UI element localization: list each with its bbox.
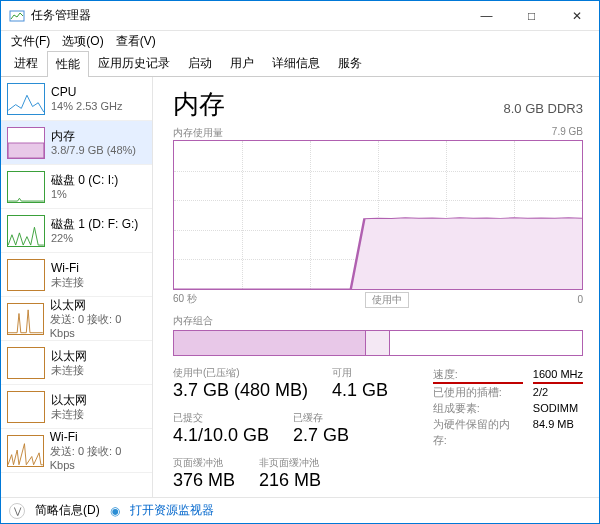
sidebar-sub: 发送: 0 接收: 0 Kbps: [50, 312, 146, 340]
sidebar-item-mem[interactable]: 内存3.8/7.9 GB (48%): [1, 121, 152, 165]
maximize-button[interactable]: □: [509, 1, 554, 31]
thumb-wifi2: [7, 435, 44, 467]
meta-hw-v: 84.9 MB: [533, 416, 574, 448]
chart-top-label: 内存使用量: [173, 126, 223, 140]
thumb-eth3: [7, 391, 45, 423]
sidebar-sub: 22%: [51, 231, 138, 245]
brief-info-link[interactable]: 简略信息(D): [35, 502, 100, 519]
chart-bottom-right: 0: [577, 294, 583, 305]
stat-avail-value: 4.1 GB: [332, 380, 388, 401]
tab-performance[interactable]: 性能: [47, 51, 89, 77]
app-icon: [9, 8, 25, 24]
sidebar-item-eth[interactable]: 以太网发送: 0 接收: 0 Kbps: [1, 297, 152, 341]
sidebar-item-wifi2[interactable]: Wi-Fi发送: 0 接收: 0 Kbps: [1, 429, 152, 473]
sidebar-item-disk2[interactable]: 磁盘 1 (D: F: G:)22%: [1, 209, 152, 253]
tab-services[interactable]: 服务: [329, 50, 371, 76]
stat-paged-label: 页面缓冲池: [173, 456, 235, 470]
meta-speed-v: 1600 MHz: [533, 366, 583, 384]
thumb-disk2: [7, 215, 45, 247]
sidebar-sub: 1%: [51, 187, 118, 201]
tab-history[interactable]: 应用历史记录: [89, 50, 179, 76]
thumb-eth2: [7, 347, 45, 379]
sidebar-sub: 未连接: [51, 275, 84, 289]
window-title: 任务管理器: [31, 7, 464, 24]
menu-view[interactable]: 查看(V): [112, 33, 160, 50]
menu-options[interactable]: 选项(O): [58, 33, 107, 50]
sidebar-title: Wi-Fi: [50, 430, 146, 444]
sidebar-sub: 未连接: [51, 407, 87, 421]
sidebar-item-wifi[interactable]: Wi-Fi未连接: [1, 253, 152, 297]
sidebar-title: Wi-Fi: [51, 261, 84, 275]
chart-top-right: 7.9 GB: [552, 126, 583, 140]
stat-used-label: 使用中(已压缩): [173, 366, 308, 380]
sidebar-sub: 未连接: [51, 363, 87, 377]
menubar: 文件(F) 选项(O) 查看(V): [1, 31, 599, 51]
composition-chart: [173, 330, 583, 356]
meta-hw-k: 为硬件保留的内存:: [433, 416, 523, 448]
sidebar-title: 以太网: [50, 298, 146, 312]
thumb-eth: [7, 303, 44, 335]
main-panel: 内存 8.0 GB DDR3 内存使用量 7.9 GB 60 秒 使用中: [153, 77, 599, 497]
svg-marker-2: [174, 218, 582, 289]
svg-rect-0: [10, 11, 24, 21]
sidebar-title: 以太网: [51, 349, 87, 363]
close-button[interactable]: ✕: [554, 1, 599, 31]
meta-form-v: SODIMM: [533, 400, 578, 416]
titlebar[interactable]: 任务管理器 — □ ✕: [1, 1, 599, 31]
thumb-wifi: [7, 259, 45, 291]
thumb-mem: [7, 127, 45, 159]
sidebar-item-eth2[interactable]: 以太网未连接: [1, 341, 152, 385]
sidebar-item-cpu[interactable]: CPU14% 2.53 GHz: [1, 77, 152, 121]
tab-processes[interactable]: 进程: [5, 50, 47, 76]
stat-avail-label: 可用: [332, 366, 388, 380]
stat-paged-value: 376 MB: [173, 470, 235, 491]
stat-nonpaged-label: 非页面缓冲池: [259, 456, 321, 470]
resource-monitor-icon: ◉: [110, 504, 120, 518]
stat-used-value: 3.7 GB (480 MB): [173, 380, 308, 401]
tab-users[interactable]: 用户: [221, 50, 263, 76]
menu-file[interactable]: 文件(F): [7, 33, 54, 50]
stat-commit-value: 4.1/10.0 GB: [173, 425, 269, 446]
meta-slots-v: 2/2: [533, 384, 548, 400]
svg-rect-1: [8, 143, 44, 158]
meta-column: 速度:1600 MHz 已使用的插槽:2/2 组成要素:SODIMM 为硬件保留…: [433, 366, 583, 491]
minimize-button[interactable]: —: [464, 1, 509, 31]
sidebar-title: CPU: [51, 85, 123, 99]
tabs: 进程 性能 应用历史记录 启动 用户 详细信息 服务: [1, 51, 599, 77]
stat-nonpaged-value: 216 MB: [259, 470, 321, 491]
chart-bottom-left: 60 秒: [173, 292, 197, 306]
open-resource-monitor[interactable]: 打开资源监视器: [130, 502, 214, 519]
footer: ⋁ 简略信息(D) ◉ 打开资源监视器: [1, 497, 599, 523]
tab-startup[interactable]: 启动: [179, 50, 221, 76]
stat-cached-value: 2.7 GB: [293, 425, 349, 446]
memory-chart: [173, 140, 583, 290]
thumb-cpu: [7, 83, 45, 115]
usage-badge: 使用中: [365, 292, 409, 308]
thumb-disk: [7, 171, 45, 203]
page-title: 内存: [173, 87, 225, 122]
sidebar-item-eth3[interactable]: 以太网未连接: [1, 385, 152, 429]
sidebar-sub: 发送: 0 接收: 0 Kbps: [50, 444, 146, 472]
meta-form-k: 组成要素:: [433, 400, 523, 416]
sidebar-title: 内存: [51, 129, 136, 143]
sidebar-sub: 14% 2.53 GHz: [51, 99, 123, 113]
composition-label: 内存组合: [173, 314, 583, 328]
meta-speed-k: 速度:: [433, 366, 523, 384]
stat-commit-label: 已提交: [173, 411, 269, 425]
sidebar-item-disk[interactable]: 磁盘 0 (C: I:)1%: [1, 165, 152, 209]
sidebar: CPU14% 2.53 GHz内存3.8/7.9 GB (48%)磁盘 0 (C…: [1, 77, 153, 497]
memory-spec: 8.0 GB DDR3: [504, 101, 583, 116]
stat-cached-label: 已缓存: [293, 411, 349, 425]
collapse-icon[interactable]: ⋁: [9, 503, 25, 519]
sidebar-sub: 3.8/7.9 GB (48%): [51, 143, 136, 157]
sidebar-title: 以太网: [51, 393, 87, 407]
sidebar-title: 磁盘 0 (C: I:): [51, 173, 118, 187]
tab-details[interactable]: 详细信息: [263, 50, 329, 76]
sidebar-title: 磁盘 1 (D: F: G:): [51, 217, 138, 231]
meta-slots-k: 已使用的插槽:: [433, 384, 523, 400]
